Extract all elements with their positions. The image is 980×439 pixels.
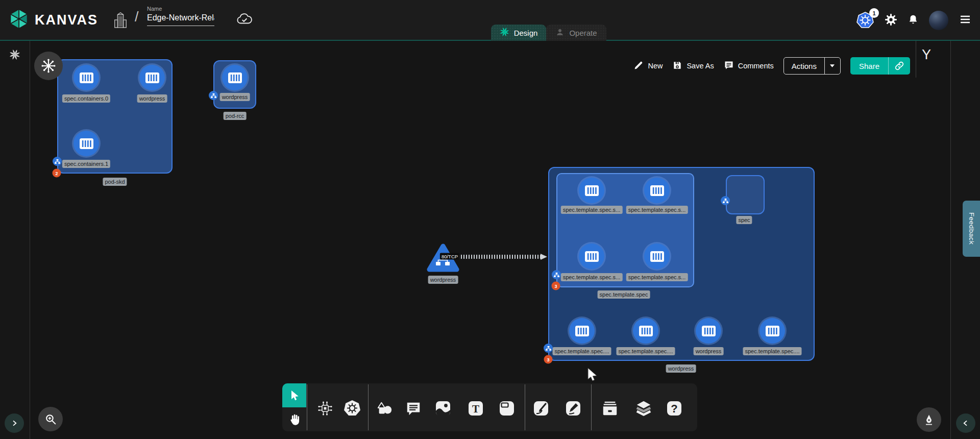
save-as-button[interactable]: Save As [672, 60, 714, 72]
container-node[interactable] [222, 65, 248, 90]
actions-dropdown-caret[interactable] [824, 58, 840, 74]
group-label: wordpress [666, 364, 696, 373]
design-name-input[interactable] [147, 13, 214, 26]
group-label: spec.template.spec [598, 290, 650, 299]
shapes-tool-icon[interactable] [374, 398, 395, 419]
hamburger-menu-icon[interactable] [959, 13, 972, 28]
container-node[interactable] [760, 318, 785, 344]
container-node[interactable] [569, 318, 595, 344]
organization-icon[interactable] [113, 11, 128, 31]
design-name-block: Name [147, 6, 214, 26]
snapshot-snowflake-button[interactable] [34, 52, 63, 80]
canvas-toolbar: T? [282, 383, 697, 431]
container-node[interactable] [633, 318, 658, 344]
node-label: spec.containers.0 [62, 94, 110, 103]
node-label: spec.template.spec.... [743, 347, 802, 355]
collapsed-count-badge[interactable]: 2 [53, 169, 61, 178]
kubernetes-context-button[interactable]: 1 [856, 11, 874, 30]
share-label: Share [850, 57, 888, 75]
pen-tool-icon[interactable] [531, 398, 551, 419]
notifications-bell-icon[interactable] [908, 13, 919, 28]
ink-pen-button[interactable] [917, 407, 941, 432]
hierarchy-badge-icon[interactable] [209, 91, 218, 100]
container-node[interactable] [644, 243, 670, 269]
group-spec-template-spec[interactable] [556, 173, 694, 287]
comments-button[interactable]: Comments [724, 60, 774, 72]
settings-gear-icon[interactable] [885, 13, 897, 28]
hierarchy-badge-icon[interactable] [53, 157, 62, 166]
kubernetes-context-badge: 1 [869, 8, 879, 18]
mode-tabs: Design Operate [491, 25, 606, 41]
spiral-loader-icon [9, 49, 20, 62]
container-node[interactable] [644, 178, 670, 203]
brand-logo[interactable]: KANVAS [8, 7, 98, 33]
kanvas-app: KANVAS / Name [0, 0, 980, 439]
node-label: spec.template.spec.s... [626, 273, 688, 281]
service-edge[interactable] [458, 255, 541, 259]
new-label: New [648, 62, 663, 70]
collapsed-count-badge[interactable]: 3 [552, 282, 560, 290]
group-spec[interactable] [726, 175, 765, 214]
hierarchy-badge-icon[interactable] [544, 344, 553, 353]
node-label: wordpress [137, 94, 167, 103]
pan-tool[interactable] [284, 410, 305, 429]
toolbar-divider [591, 384, 592, 430]
text-tool-icon[interactable]: T [465, 398, 486, 419]
container-node[interactable] [579, 178, 604, 203]
comment-tool-icon[interactable] [403, 398, 424, 419]
container-node[interactable] [74, 65, 99, 90]
pencil-tool-icon[interactable] [563, 398, 583, 419]
cloud-sync-icon [236, 12, 253, 29]
comments-label: Comments [738, 62, 774, 70]
group-label: pod-skd [103, 178, 127, 186]
svg-text:T: T [472, 403, 479, 415]
tab-operate-label: Operate [569, 29, 597, 37]
edge-arrowhead-icon [540, 253, 548, 262]
kanvas-logo-icon [8, 7, 30, 33]
actions-label: Actions [784, 58, 824, 74]
copy-link-icon[interactable] [888, 57, 910, 75]
user-avatar[interactable] [929, 11, 948, 30]
svg-text:?: ? [671, 402, 677, 415]
node-label: spec.template.spec.s... [626, 206, 688, 214]
tab-design[interactable]: Design [491, 25, 546, 41]
header-right-cluster: 1 [856, 0, 972, 41]
feedback-tab[interactable]: Feedback [963, 201, 980, 257]
design-canvas[interactable]: pod-skd2pod-rccwordpress3spec.template.s… [0, 41, 980, 439]
note-tool-icon[interactable] [497, 398, 517, 419]
actions-button[interactable]: Actions [783, 57, 841, 75]
component-tool-icon[interactable] [315, 398, 335, 419]
branch-y-icon[interactable]: Y [922, 47, 931, 63]
tab-design-label: Design [514, 29, 538, 37]
app-header: KANVAS / Name [0, 0, 980, 41]
comment-bubble-icon [724, 60, 734, 72]
zoom-search-button[interactable] [38, 407, 63, 431]
node-label: wordpress [428, 276, 458, 284]
node-label: spec.template.spec.... [617, 347, 675, 355]
expand-left-panel-button[interactable] [5, 413, 24, 433]
feedback-label: Feedback [968, 212, 975, 245]
breadcrumb-slash: / [135, 9, 139, 25]
container-node[interactable] [74, 131, 99, 156]
share-button[interactable]: Share [850, 57, 910, 75]
mouse-cursor [587, 368, 598, 385]
container-node[interactable] [139, 65, 165, 90]
collapse-right-panel-button[interactable] [956, 413, 975, 433]
tab-operate[interactable]: Operate [546, 25, 606, 41]
help-tool-icon[interactable]: ? [664, 398, 684, 419]
toolbar-divider [525, 384, 525, 430]
select-tool[interactable] [282, 383, 306, 407]
drawer-tool-icon[interactable] [600, 398, 620, 419]
hierarchy-badge-icon[interactable] [721, 196, 730, 205]
container-node[interactable] [696, 318, 721, 344]
new-button[interactable]: New [633, 60, 663, 72]
pencil-icon [633, 60, 644, 72]
container-node[interactable] [579, 243, 604, 269]
collapsed-count-badge[interactable]: 3 [544, 355, 553, 364]
name-label: Name [147, 6, 214, 12]
hierarchy-badge-icon[interactable] [552, 270, 561, 279]
image-tool-icon[interactable] [433, 398, 453, 419]
edge-port-label: 80/TCP [440, 253, 459, 260]
kubernetes-tool-icon[interactable] [342, 398, 362, 419]
layers-tool-icon[interactable] [633, 398, 654, 419]
